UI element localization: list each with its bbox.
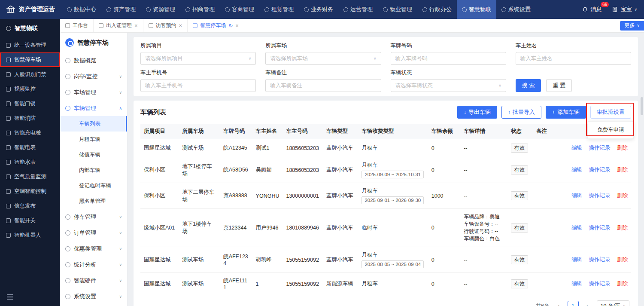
reset-button[interactable]: 重 置: [546, 79, 572, 92]
module-menu-item[interactable]: 统计分析 ∨: [60, 257, 127, 272]
toolbar-button[interactable]: ↑ 批量导入: [501, 106, 541, 119]
sidebar-item[interactable]: 智能水表: [0, 155, 60, 169]
delete-link[interactable]: 删除: [617, 257, 628, 263]
edit-link[interactable]: 编辑: [571, 193, 582, 199]
op-record-link[interactable]: 操作记录: [589, 193, 611, 199]
sidebar-item[interactable]: 智能机器人: [0, 228, 60, 242]
topnav-item[interactable]: 资源管理: [141, 0, 180, 19]
delete-link[interactable]: 删除: [617, 225, 628, 231]
op-record-link[interactable]: 操作记录: [589, 225, 611, 231]
sidebar-item[interactable]: 人脸识别门禁: [0, 67, 60, 82]
module-submenu-item[interactable]: 内部车辆: [60, 162, 127, 178]
module-submenu-item[interactable]: 车辆列表: [60, 116, 127, 132]
delete-link[interactable]: 删除: [617, 281, 628, 287]
toolbar-button[interactable]: ↓ 导出车辆: [457, 106, 497, 119]
filter-input[interactable]: [270, 83, 376, 89]
sidebar-item[interactable]: 智能门锁: [0, 96, 60, 111]
chevron-icon: ∨: [119, 90, 122, 95]
module-menu-item[interactable]: 车场管理 ∨: [60, 84, 127, 100]
delete-link[interactable]: 删除: [617, 167, 628, 173]
main-content: 所属项目 请选择所属项目 ∨ 所属车场 请选择所属车场 ∨ 车牌号码 车主姓名 …: [128, 33, 644, 306]
module-submenu-item[interactable]: 月租车辆: [60, 132, 127, 147]
topnav-item[interactable]: 系统设置: [496, 0, 536, 19]
collapse-sidebar-icon[interactable]: [7, 293, 13, 301]
module-menu-item[interactable]: 停车管理 ∨: [60, 209, 127, 225]
chevron-icon: ∨: [119, 74, 122, 79]
prev-page-button[interactable]: ‹: [554, 301, 563, 306]
sidebar-item-label: 空调智能控制: [14, 188, 46, 195]
topnav-item[interactable]: 租赁管理: [259, 0, 299, 19]
refresh-icon[interactable]: ↻: [228, 23, 233, 29]
module-menu-item[interactable]: 优惠券管理 ∨: [60, 241, 127, 257]
approval-flow-settings-button[interactable]: 审批流设置: [590, 106, 631, 119]
free-car-apply-item[interactable]: 免费车申请: [588, 124, 633, 136]
sidebar-item[interactable]: 空气质量监测: [0, 169, 60, 184]
sidebar-item[interactable]: 智能充电桩: [0, 125, 60, 140]
delete-link[interactable]: 删除: [617, 193, 628, 199]
op-record-link[interactable]: 操作记录: [589, 167, 611, 173]
more-tabs-button[interactable]: 更多 ∨: [620, 21, 644, 31]
filter-input[interactable]: [395, 55, 501, 61]
op-record-link[interactable]: 操作记录: [589, 281, 611, 287]
topnav-item[interactable]: 行政办公: [417, 0, 457, 19]
close-icon[interactable]: ×: [235, 22, 239, 29]
delete-link[interactable]: 删除: [617, 145, 628, 151]
topnav-item[interactable]: 智慧物联: [457, 0, 496, 19]
search-button[interactable]: 搜 索: [516, 79, 541, 92]
op-record-link[interactable]: 操作记录: [589, 145, 611, 151]
edit-link[interactable]: 编辑: [571, 225, 582, 231]
sidebar-item[interactable]: 统一设备管理: [0, 38, 60, 52]
filter-select[interactable]: 请选择车辆状态 ∨: [391, 79, 506, 92]
close-icon[interactable]: ×: [134, 22, 138, 29]
sidebar-item[interactable]: 智慧停车场: [0, 52, 60, 67]
topnav-item[interactable]: 招商管理: [180, 0, 220, 19]
page-size-select[interactable]: 10 条/页 ∨: [597, 300, 629, 306]
module-submenu-item[interactable]: 登记临时车辆: [60, 178, 127, 193]
module-submenu-item[interactable]: 储值车辆: [60, 147, 127, 162]
module-menu-item[interactable]: 岗亭/监控 ∨: [60, 68, 127, 84]
op-record-link[interactable]: 操作记录: [589, 257, 611, 263]
module-menu-item-label: 车场管理: [74, 89, 96, 96]
current-page[interactable]: 1: [568, 301, 579, 306]
edit-link[interactable]: 编辑: [571, 145, 582, 151]
filter-input[interactable]: [145, 83, 251, 89]
filter-input[interactable]: [520, 55, 626, 61]
toolbar-button[interactable]: + 添加车辆: [546, 106, 586, 119]
sidebar-item[interactable]: 智能电表: [0, 140, 60, 155]
user-menu[interactable]: 宝宝 ∨: [612, 6, 637, 13]
close-icon[interactable]: ×: [179, 22, 182, 29]
module-submenu-item[interactable]: 黑名单管理: [60, 193, 127, 209]
module-menu-item[interactable]: 数据概览: [60, 52, 127, 68]
cell-remark: [533, 157, 559, 183]
topnav-item[interactable]: 物业管理: [378, 0, 417, 19]
topnav-item[interactable]: 客商管理: [220, 0, 259, 19]
module-menu-item[interactable]: 智能硬件 ∨: [60, 272, 127, 288]
edit-link[interactable]: 编辑: [571, 257, 582, 263]
sidebar-item[interactable]: 视频监控: [0, 82, 60, 96]
sidebar-item[interactable]: 智能消防: [0, 111, 60, 125]
messages-button[interactable]: 消息 66: [582, 6, 601, 13]
brand[interactable]: 资产管理运营: [0, 5, 60, 14]
module-menu-item[interactable]: 订单管理 ∨: [60, 225, 127, 241]
cell-remark: [533, 139, 559, 157]
tab[interactable]: 工作台: [60, 19, 94, 32]
tab[interactable]: 访客预约 ×: [143, 19, 188, 32]
filter-select[interactable]: 请选择所属项目 ∨: [140, 52, 256, 65]
topnav-item[interactable]: 资产管理: [101, 0, 141, 19]
sidebar-item[interactable]: 信息发布: [0, 199, 60, 213]
edit-link[interactable]: 编辑: [571, 281, 582, 287]
module-submenu-item-label: 黑名单管理: [79, 198, 106, 205]
tab[interactable]: 出入证管理 ×: [94, 19, 143, 32]
module-menu-item[interactable]: 系统设置 ∨: [60, 288, 127, 304]
edit-link[interactable]: 编辑: [571, 167, 582, 173]
tab[interactable]: 智慧停车场 ↻ ×: [188, 19, 244, 32]
topnav-item[interactable]: 运营管理: [338, 0, 378, 19]
module-menu-item[interactable]: 车辆管理 ∧: [60, 100, 127, 116]
filter-select[interactable]: 请选择所属车场 ∨: [265, 52, 381, 65]
sidebar-item[interactable]: 空调智能控制: [0, 184, 60, 199]
sidebar-item[interactable]: 智能开关: [0, 213, 60, 228]
next-page-button[interactable]: ›: [583, 301, 592, 306]
topnav-item[interactable]: 业务财务: [299, 0, 338, 19]
scrollbar[interactable]: [641, 97, 643, 115]
topnav-item[interactable]: 数据中心: [62, 0, 101, 19]
